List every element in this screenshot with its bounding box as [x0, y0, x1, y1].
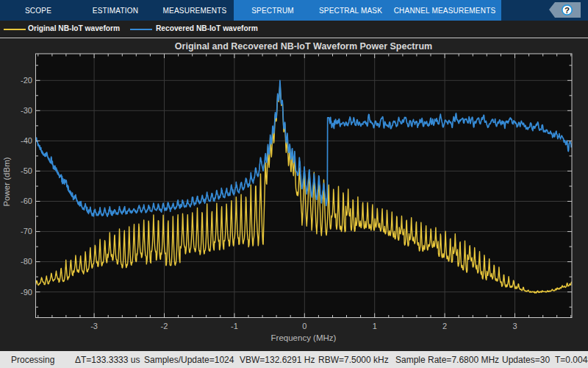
- svg-text:Frequency (MHz): Frequency (MHz): [271, 333, 337, 342]
- svg-text:-1: -1: [231, 322, 238, 330]
- svg-text:-60: -60: [21, 197, 32, 205]
- svg-text:-2: -2: [161, 322, 168, 330]
- svg-text:0: 0: [302, 322, 306, 330]
- svg-text:-20: -20: [21, 76, 32, 85]
- svg-text:-3: -3: [90, 322, 98, 330]
- svg-text:-50: -50: [21, 166, 32, 175]
- svg-text:2: 2: [442, 322, 447, 330]
- svg-text:-90: -90: [21, 288, 32, 297]
- svg-text:1: 1: [373, 322, 377, 330]
- svg-text:3: 3: [512, 322, 517, 330]
- svg-text:-40: -40: [21, 136, 32, 145]
- svg-text:-70: -70: [21, 227, 32, 236]
- svg-text:?: ?: [564, 6, 570, 15]
- svg-text:Original and Recovered NB-IoT: Original and Recovered NB-IoT Waveform P…: [175, 41, 432, 52]
- svg-text:-80: -80: [21, 257, 32, 266]
- svg-text:-30: -30: [21, 106, 32, 115]
- svg-text:Power (dBm): Power (dBm): [2, 157, 11, 206]
